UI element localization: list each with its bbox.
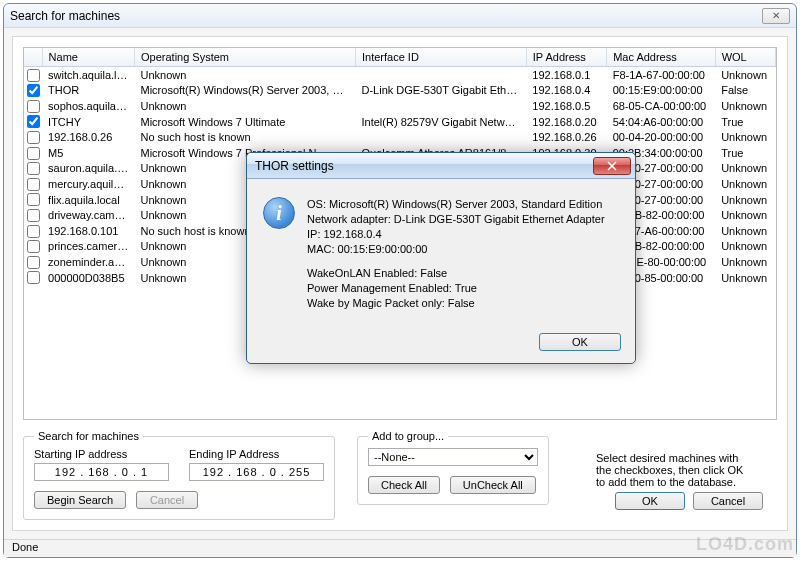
hint-text: Select desired machines with the checkbo…	[596, 452, 751, 488]
row-checkbox[interactable]	[27, 193, 40, 206]
cell-interface	[356, 129, 527, 145]
settings-dialog: THOR settings i OS: Microsoft(R) Windows…	[246, 152, 636, 364]
dialog-ok-button[interactable]: OK	[539, 333, 621, 351]
cell-interface: D-Link DGE-530T Gigabit Ethernet Ad...	[356, 83, 527, 99]
cell-os: Unknown	[135, 67, 356, 83]
status-bar: Done	[4, 539, 796, 557]
col-os[interactable]: Operating System	[135, 48, 356, 67]
cell-name: ITCHY	[42, 114, 134, 130]
cell-name: driveway.camer...	[42, 207, 134, 223]
cell-wol: Unknown	[715, 98, 775, 114]
cell-interface	[356, 98, 527, 114]
cell-os: No such host is known	[135, 129, 356, 145]
row-checkbox[interactable]	[27, 115, 40, 128]
search-fieldset: Search for machines Starting IP address …	[23, 430, 335, 520]
search-legend: Search for machines	[34, 430, 143, 442]
row-checkbox[interactable]	[27, 209, 40, 222]
cell-name: sophos.aquila.lo...	[42, 98, 134, 114]
cell-mac: 00:15:E9:00:00:00	[607, 83, 716, 99]
cell-name: THOR	[42, 83, 134, 99]
cell-name: mercury.aquila.l...	[42, 176, 134, 192]
uncheck-all-button[interactable]: UnCheck All	[450, 476, 536, 494]
row-checkbox[interactable]	[27, 256, 40, 269]
row-checkbox[interactable]	[27, 240, 40, 253]
cell-wol: Unknown	[715, 192, 775, 208]
check-all-button[interactable]: Check All	[368, 476, 440, 494]
bottom-panel: Search for machines Starting IP address …	[23, 430, 777, 520]
cell-name: 000000D038B5	[42, 270, 134, 286]
cell-ip: 192.168.0.1	[526, 67, 606, 83]
end-ip-input[interactable]: 192 . 168 . 0 . 255	[189, 463, 324, 481]
close-icon	[607, 161, 617, 171]
cell-wol: Unknown	[715, 207, 775, 223]
cell-ip: 192.168.0.26	[526, 129, 606, 145]
cell-mac: 00-04-20-00:00:00	[607, 129, 716, 145]
cell-name: sauron.aquila.lo...	[42, 161, 134, 177]
cell-wol: Unknown	[715, 176, 775, 192]
dialog-title: THOR settings	[255, 159, 593, 173]
cell-wol: Unknown	[715, 129, 775, 145]
row-checkbox[interactable]	[27, 162, 40, 175]
cell-wol: Unknown	[715, 223, 775, 239]
dialog-close-button[interactable]	[593, 157, 631, 175]
cell-mac: F8-1A-67-00:00:00	[607, 67, 716, 83]
cell-ip: 192.168.0.4	[526, 83, 606, 99]
cell-wol: True	[715, 145, 775, 161]
end-ip-label: Ending IP Address	[189, 448, 324, 460]
row-checkbox[interactable]	[27, 147, 40, 160]
cell-name: flix.aquila.local	[42, 192, 134, 208]
row-checkbox[interactable]	[27, 100, 40, 113]
col-interface[interactable]: Interface ID	[356, 48, 527, 67]
cell-name: switch.aquila.local	[42, 67, 134, 83]
table-row[interactable]: 192.168.0.26No such host is known192.168…	[24, 129, 776, 145]
watermark: LO4D.com	[696, 534, 794, 555]
cell-mac: 68-05-CA-00:00:00	[607, 98, 716, 114]
start-ip-input[interactable]: 192 . 168 . 0 . 1	[34, 463, 169, 481]
info-icon: i	[263, 197, 295, 229]
cell-name: 192.168.0.26	[42, 129, 134, 145]
group-legend: Add to group...	[368, 430, 448, 442]
row-checkbox[interactable]	[27, 69, 40, 82]
col-name[interactable]: Name	[42, 48, 134, 67]
cell-interface	[356, 67, 527, 83]
cell-wol: Unknown	[715, 239, 775, 255]
col-ip[interactable]: IP Address	[526, 48, 606, 67]
dialog-titlebar: THOR settings	[247, 153, 635, 179]
dialog-footer-buttons: OK Cancel	[615, 492, 763, 510]
cell-os: Microsoft Windows 7 Ultimate	[135, 114, 356, 130]
window-title: Search for machines	[10, 9, 762, 23]
cell-wol: True	[715, 114, 775, 130]
start-ip-label: Starting IP address	[34, 448, 169, 460]
table-row[interactable]: THORMicrosoft(R) Windows(R) Server 2003,…	[24, 83, 776, 99]
titlebar: Search for machines ✕	[4, 4, 796, 28]
cancel-button[interactable]: Cancel	[693, 492, 763, 510]
cell-wol: Unknown	[715, 254, 775, 270]
status-text: Done	[12, 541, 38, 553]
row-checkbox[interactable]	[27, 225, 40, 238]
group-select[interactable]: --None--	[368, 448, 538, 466]
cancel-search-button[interactable]: Cancel	[136, 491, 198, 509]
cell-name: princes.cameras...	[42, 239, 134, 255]
cell-ip: 192.168.0.20	[526, 114, 606, 130]
col-wol[interactable]: WOL	[715, 48, 775, 67]
close-button[interactable]: ✕	[762, 8, 790, 24]
table-header-row: Name Operating System Interface ID IP Ad…	[24, 48, 776, 67]
begin-search-button[interactable]: Begin Search	[34, 491, 126, 509]
cell-wol: Unknown	[715, 270, 775, 286]
row-checkbox[interactable]	[27, 178, 40, 191]
row-checkbox[interactable]	[27, 131, 40, 144]
dialog-message: OS: Microsoft(R) Windows(R) Server 2003,…	[307, 197, 605, 311]
table-row[interactable]: sophos.aquila.lo...Unknown192.168.0.568-…	[24, 98, 776, 114]
table-row[interactable]: ITCHYMicrosoft Windows 7 UltimateIntel(R…	[24, 114, 776, 130]
cell-name: zoneminder.aquil...	[42, 254, 134, 270]
cell-interface: Intel(R) 82579V Gigabit Network Conn...	[356, 114, 527, 130]
cell-mac: 54:04:A6-00:00:00	[607, 114, 716, 130]
row-checkbox[interactable]	[27, 271, 40, 284]
ok-button[interactable]: OK	[615, 492, 685, 510]
col-mac[interactable]: Mac Address	[607, 48, 716, 67]
cell-wol: Unknown	[715, 67, 775, 83]
table-row[interactable]: switch.aquila.localUnknown192.168.0.1F8-…	[24, 67, 776, 83]
row-checkbox[interactable]	[27, 84, 40, 97]
cell-name: 192.168.0.101	[42, 223, 134, 239]
cell-ip: 192.168.0.5	[526, 98, 606, 114]
